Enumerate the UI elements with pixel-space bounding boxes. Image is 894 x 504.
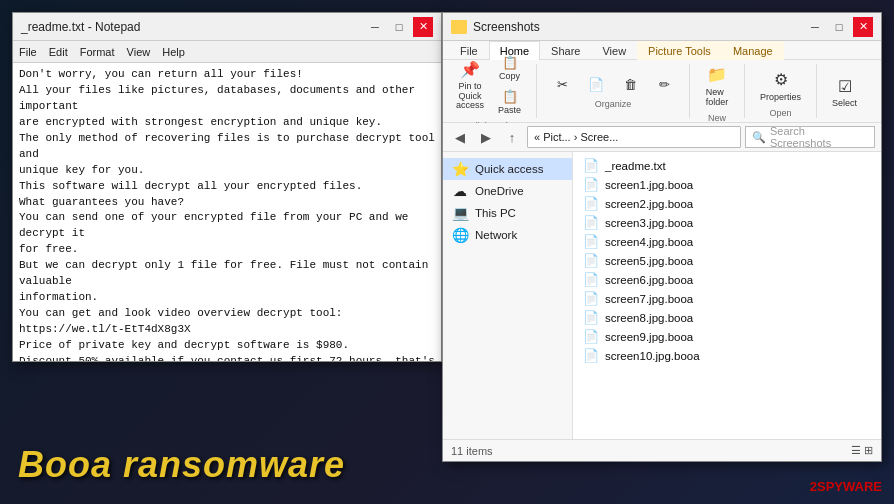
file-item[interactable]: 📄screen10.jpg.booa bbox=[573, 346, 881, 365]
tab-share[interactable]: Share bbox=[540, 41, 591, 60]
properties-icon: ⚙ bbox=[769, 68, 793, 92]
select-button[interactable]: ☑ Select bbox=[827, 71, 862, 111]
notepad-menu-edit[interactable]: Edit bbox=[49, 46, 68, 58]
grid-view-icon[interactable]: ⊞ bbox=[864, 444, 873, 457]
explorer-minimize-button[interactable]: ─ bbox=[805, 17, 825, 37]
file-name: screen8.jpg.booa bbox=[605, 312, 693, 324]
back-button[interactable]: ◀ bbox=[449, 126, 471, 148]
ribbon: File Home Share View Picture Tools Manag… bbox=[443, 41, 881, 123]
forward-button[interactable]: ▶ bbox=[475, 126, 497, 148]
tab-picture-tools[interactable]: Picture Tools bbox=[637, 41, 722, 60]
search-box[interactable]: 🔍 Search Screenshots bbox=[745, 126, 875, 148]
copy-label: Copy bbox=[499, 71, 520, 81]
file-icon: 📄 bbox=[583, 329, 599, 344]
notepad-controls: ─ □ ✕ bbox=[365, 17, 433, 37]
file-name: screen9.jpg.booa bbox=[605, 331, 693, 343]
file-icon: 📄 bbox=[583, 177, 599, 192]
organize-buttons: ✂ 📄 🗑 ✏ bbox=[547, 74, 679, 96]
file-name: screen7.jpg.booa bbox=[605, 293, 693, 305]
file-name: screen2.jpg.booa bbox=[605, 198, 693, 210]
new-label: New bbox=[708, 113, 726, 123]
network-label: Network bbox=[475, 229, 517, 241]
properties-button[interactable]: ⚙ Properties bbox=[755, 65, 806, 105]
new-folder-label: Newfolder bbox=[706, 87, 729, 107]
pin-to-quick-access-button[interactable]: 📌 Pin to Quickaccess bbox=[451, 55, 489, 115]
paste-label: Paste bbox=[498, 105, 521, 115]
tab-manage[interactable]: Manage bbox=[722, 41, 784, 60]
explorer-titlebar: Screenshots ─ □ ✕ bbox=[443, 13, 881, 41]
network-icon: 🌐 bbox=[451, 227, 469, 243]
explorer-maximize-button[interactable]: □ bbox=[829, 17, 849, 37]
file-name: screen1.jpg.booa bbox=[605, 179, 693, 191]
explorer-controls: ─ □ ✕ bbox=[805, 17, 873, 37]
file-item[interactable]: 📄screen1.jpg.booa bbox=[573, 175, 881, 194]
select-label: Select bbox=[832, 98, 857, 108]
explorer-title: Screenshots bbox=[473, 20, 540, 34]
file-icon: 📄 bbox=[583, 234, 599, 249]
move-icon: ✂ bbox=[554, 77, 570, 93]
copy-button[interactable]: 📋 Copy bbox=[493, 52, 526, 84]
file-item[interactable]: 📄screen3.jpg.booa bbox=[573, 213, 881, 232]
file-name: screen3.jpg.booa bbox=[605, 217, 693, 229]
search-icon: 🔍 bbox=[752, 131, 766, 144]
copy-to-button[interactable]: 📄 bbox=[581, 74, 611, 96]
new-buttons: 📁 Newfolder bbox=[700, 60, 734, 110]
ribbon-content: 📌 Pin to Quickaccess 📋 Copy 📋 Paste bbox=[443, 60, 881, 122]
notepad-menu-file[interactable]: File bbox=[19, 46, 37, 58]
new-folder-button[interactable]: 📁 Newfolder bbox=[700, 60, 734, 110]
file-item[interactable]: 📄screen6.jpg.booa bbox=[573, 270, 881, 289]
rename-button[interactable]: ✏ bbox=[649, 74, 679, 96]
organize-label: Organize bbox=[595, 99, 632, 109]
address-path[interactable]: « Pict... › Scree... bbox=[527, 126, 741, 148]
nav-item-network[interactable]: 🌐 Network bbox=[443, 224, 572, 246]
notepad-menu-format[interactable]: Format bbox=[80, 46, 115, 58]
notepad-content[interactable]: Don't worry, you can return all your fil… bbox=[13, 63, 441, 361]
list-view-icon[interactable]: ☰ bbox=[851, 444, 861, 457]
onedrive-label: OneDrive bbox=[475, 185, 524, 197]
file-icon: 📄 bbox=[583, 158, 599, 173]
up-button[interactable]: ↑ bbox=[501, 126, 523, 148]
nav-item-this-pc[interactable]: 💻 This PC bbox=[443, 202, 572, 224]
move-to-button[interactable]: ✂ bbox=[547, 74, 577, 96]
page-title: Booa ransomware bbox=[18, 444, 345, 486]
ribbon-group-clipboard: 📌 Pin to Quickaccess 📋 Copy 📋 Paste bbox=[451, 64, 537, 118]
notepad-minimize-button[interactable]: ─ bbox=[365, 17, 385, 37]
file-item[interactable]: 📄screen5.jpg.booa bbox=[573, 251, 881, 270]
notepad-menu-help[interactable]: Help bbox=[162, 46, 185, 58]
notepad-menu-view[interactable]: View bbox=[127, 46, 151, 58]
nav-item-onedrive[interactable]: ☁ OneDrive bbox=[443, 180, 572, 202]
file-name: screen6.jpg.booa bbox=[605, 274, 693, 286]
file-item[interactable]: 📄_readme.txt bbox=[573, 156, 881, 175]
file-item[interactable]: 📄screen9.jpg.booa bbox=[573, 327, 881, 346]
notepad-maximize-button[interactable]: □ bbox=[389, 17, 409, 37]
ribbon-group-organize: ✂ 📄 🗑 ✏ Organize bbox=[547, 64, 690, 118]
file-icon: 📄 bbox=[583, 196, 599, 211]
delete-icon: 🗑 bbox=[622, 77, 638, 93]
file-item[interactable]: 📄screen2.jpg.booa bbox=[573, 194, 881, 213]
delete-button[interactable]: 🗑 bbox=[615, 74, 645, 96]
notepad-close-button[interactable]: ✕ bbox=[413, 17, 433, 37]
copy-to-icon: 📄 bbox=[588, 77, 604, 93]
new-folder-icon: 📁 bbox=[705, 63, 729, 87]
notepad-window: _readme.txt - Notepad ─ □ ✕ File Edit Fo… bbox=[12, 12, 442, 362]
ribbon-group-select: ☑ Select bbox=[827, 64, 872, 118]
nav-item-quick-access[interactable]: ⭐ Quick access bbox=[443, 158, 572, 180]
file-icon: 📄 bbox=[583, 310, 599, 325]
explorer-close-button[interactable]: ✕ bbox=[853, 17, 873, 37]
item-count: 11 items bbox=[451, 445, 493, 457]
status-bar: 11 items ☰ ⊞ bbox=[443, 439, 881, 461]
this-pc-label: This PC bbox=[475, 207, 516, 219]
paste-icon: 📋 bbox=[502, 89, 518, 105]
file-item[interactable]: 📄screen8.jpg.booa bbox=[573, 308, 881, 327]
file-item[interactable]: 📄screen4.jpg.booa bbox=[573, 232, 881, 251]
file-item[interactable]: 📄screen7.jpg.booa bbox=[573, 289, 881, 308]
select-icon: ☑ bbox=[833, 74, 857, 98]
rename-icon: ✏ bbox=[656, 77, 672, 93]
open-buttons: ⚙ Properties bbox=[755, 65, 806, 105]
file-icon: 📄 bbox=[583, 272, 599, 287]
paste-button[interactable]: 📋 Paste bbox=[493, 86, 526, 118]
tab-view[interactable]: View bbox=[591, 41, 637, 60]
this-pc-icon: 💻 bbox=[451, 205, 469, 221]
pin-label: Pin to Quickaccess bbox=[456, 82, 484, 112]
explorer-window: Screenshots ─ □ ✕ File Home Share View P… bbox=[442, 12, 882, 462]
